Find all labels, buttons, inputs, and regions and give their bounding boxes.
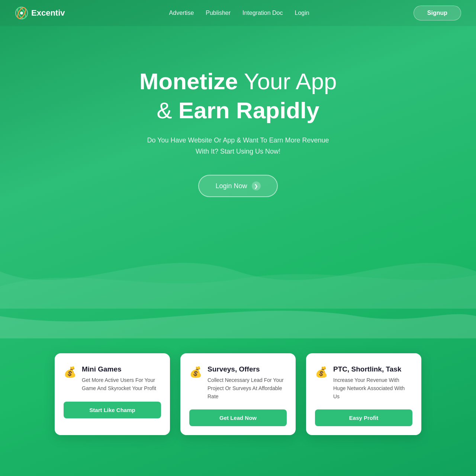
hero-title-and: &: [157, 97, 178, 123]
card-ptc-header: 💰 PTC, Shortlink, Task Increase Your Rev…: [315, 365, 412, 401]
hero-title-your-app: Your App: [244, 68, 337, 94]
card-mini-games-icon: 💰: [64, 365, 77, 378]
card-mini-games-desc: Get More Active Users For Your Game And …: [82, 376, 161, 392]
card-ptc-button[interactable]: Easy Profit: [315, 409, 412, 426]
brand-name: Excentiv: [31, 8, 65, 18]
card-mini-games-button[interactable]: Start Like Champ: [64, 402, 161, 418]
logo-area: Excentiv: [15, 6, 65, 20]
signup-button[interactable]: Signup: [414, 6, 461, 20]
login-now-arrow-icon: ❯: [252, 181, 261, 190]
card-mini-games-title: Mini Games: [82, 365, 161, 373]
navbar: Excentiv Advertise Publisher Integration…: [0, 0, 476, 26]
card-surveys-offers: 💰 Surveys, Offers Collect Necessary Lead…: [180, 353, 296, 435]
card-surveys-button[interactable]: Get Lead Now: [189, 409, 287, 426]
hero-title: Monetize Your App & Earn Rapidly: [139, 67, 337, 125]
login-now-label: Login Now: [215, 182, 247, 190]
card-ptc-desc: Increase Your Revenue With Huge Network …: [333, 376, 412, 401]
card-ptc-icon: 💰: [315, 365, 328, 378]
hero-subtitle: Do You Have Website Or App & Want To Ear…: [145, 135, 331, 157]
card-surveys-title: Surveys, Offers: [208, 365, 287, 373]
card-surveys-icon: 💰: [189, 365, 202, 378]
card-surveys-desc: Collect Necessary Lead For Your Project …: [208, 376, 287, 401]
card-surveys-header: 💰 Surveys, Offers Collect Necessary Lead…: [189, 365, 287, 401]
card-mini-games: 💰 Mini Games Get More Active Users For Y…: [55, 353, 170, 435]
nav-advertise[interactable]: Advertise: [169, 10, 194, 16]
hero-title-earn-rapidly: Earn Rapidly: [178, 97, 319, 123]
nav-links: Advertise Publisher Integration Doc Logi…: [169, 10, 309, 16]
nav-integration-doc[interactable]: Integration Doc: [242, 10, 283, 16]
card-ptc-shortlink: 💰 PTC, Shortlink, Task Increase Your Rev…: [306, 353, 421, 435]
wave-decoration-2: [0, 294, 476, 338]
svg-point-3: [20, 12, 23, 15]
login-now-button[interactable]: Login Now ❯: [198, 175, 277, 197]
hero-title-monetize: Monetize: [139, 68, 238, 94]
card-ptc-title: PTC, Shortlink, Task: [333, 365, 412, 373]
hero-section: Monetize Your App & Earn Rapidly Do You …: [0, 26, 476, 212]
nav-login[interactable]: Login: [295, 10, 309, 16]
footer-space: [0, 465, 476, 476]
logo-icon: [15, 6, 28, 20]
nav-publisher[interactable]: Publisher: [206, 10, 231, 16]
card-mini-games-header: 💰 Mini Games Get More Active Users For Y…: [64, 365, 161, 392]
cards-section: 💰 Mini Games Get More Active Users For Y…: [0, 338, 476, 465]
